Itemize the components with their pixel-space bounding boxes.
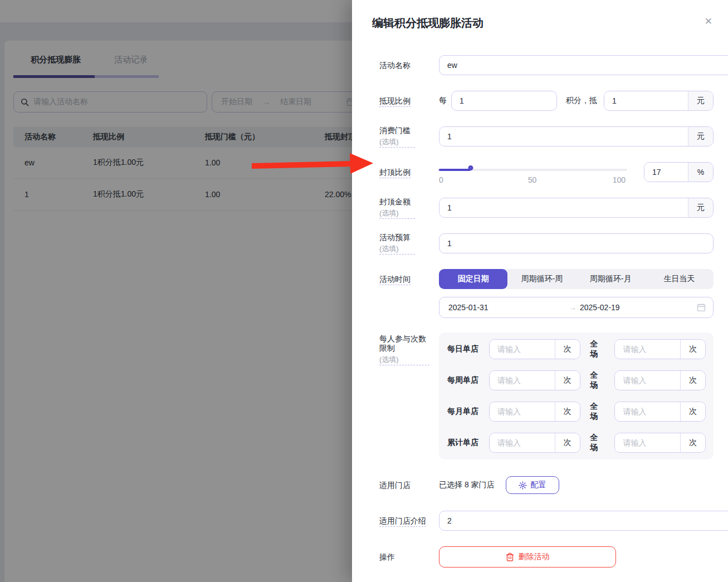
field-label: 适用门店介绍 bbox=[379, 516, 426, 527]
start-date-value: 2025-01-31 bbox=[448, 303, 488, 312]
field-label: 封顶金额 bbox=[379, 197, 411, 206]
optional-tag: (选填) bbox=[379, 355, 429, 365]
store-intro-input[interactable] bbox=[439, 511, 728, 531]
field-label: 操作 bbox=[379, 552, 439, 562]
calendar-icon bbox=[697, 303, 706, 312]
field-cap-amount: 封顶金额 (选填) 元 bbox=[352, 198, 728, 218]
field-applicable-stores: 适用门店 已选择 8 家门店 配置 bbox=[352, 476, 728, 494]
field-label: 活动时间 bbox=[379, 275, 411, 285]
budget-input[interactable] bbox=[439, 233, 714, 253]
daily-store-limit-input[interactable] bbox=[490, 340, 555, 359]
time-mode-segmented-control: 固定日期 周期循环-周 周期循环-月 生日当天 bbox=[439, 269, 714, 289]
unit-times: 次 bbox=[555, 402, 580, 421]
unit-times: 次 bbox=[555, 371, 580, 390]
threshold-input[interactable] bbox=[439, 127, 688, 146]
field-activity-time: 活动时间 固定日期 周期循环-周 周期循环-月 生日当天 2025-01-31 … bbox=[352, 269, 728, 318]
segment-weekly-cycle[interactable]: 周期循环-周 bbox=[507, 269, 576, 289]
cap-ratio-slider[interactable]: 0 50 100 bbox=[439, 160, 626, 184]
drawer-title: 编辑积分抵现膨胀活动 bbox=[372, 16, 483, 31]
field-store-intro: 适用门店介绍 1 / 20 bbox=[352, 511, 728, 531]
cap-amount-input[interactable] bbox=[439, 198, 688, 217]
scope-label: 每日单店 bbox=[447, 344, 481, 354]
segment-monthly-cycle[interactable]: 周期循环-月 bbox=[576, 269, 645, 289]
segment-fixed-date[interactable]: 固定日期 bbox=[439, 269, 507, 289]
field-spend-threshold: 消费门槛 (选填) 元 bbox=[352, 126, 728, 146]
points-input[interactable] bbox=[451, 91, 557, 111]
field-participation-limit: 每人参与次数 限制 (选填) 每日单店 次 全场 次 每周单店 bbox=[352, 332, 728, 459]
field-deduction-ratio: 抵现比例 每 积分，抵 元 bbox=[352, 91, 728, 111]
field-label: 封顶比例 bbox=[379, 168, 411, 178]
monthly-store-limit-input[interactable] bbox=[490, 402, 555, 421]
unit-yuan: 元 bbox=[688, 127, 713, 146]
participation-limit-panel: 每日单店 次 全场 次 每周单店 次 全场 bbox=[439, 332, 714, 459]
end-date-value: 2025-02-19 bbox=[580, 303, 620, 312]
slider-label-min: 0 bbox=[439, 175, 443, 184]
amount-input[interactable] bbox=[604, 91, 688, 110]
stores-selected-summary: 已选择 8 家门店 bbox=[439, 480, 495, 490]
scope-label: 每月单店 bbox=[447, 407, 481, 417]
field-actions: 操作 删除活动 bbox=[352, 546, 728, 568]
optional-tag: (选填) bbox=[379, 137, 415, 148]
field-label: 抵现比例 bbox=[379, 96, 411, 107]
gear-icon bbox=[519, 481, 527, 490]
global-label: 全场 bbox=[590, 339, 606, 359]
field-label: 活动预算 bbox=[379, 233, 411, 242]
unit-percent: % bbox=[688, 163, 713, 182]
range-arrow: → bbox=[569, 303, 576, 312]
trash-icon bbox=[506, 552, 514, 561]
slider-handle[interactable] bbox=[468, 165, 473, 170]
daily-global-limit-input[interactable] bbox=[615, 340, 680, 359]
optional-tag: (选填) bbox=[379, 208, 415, 219]
modal-dim-overlay[interactable] bbox=[0, 0, 353, 582]
field-label-line2: 限制 bbox=[379, 344, 395, 353]
cap-ratio-input[interactable] bbox=[644, 163, 688, 182]
slider-mark-100 bbox=[624, 168, 627, 172]
unit-times: 次 bbox=[680, 371, 705, 390]
slider-mark-50 bbox=[531, 168, 534, 172]
unit-times: 次 bbox=[680, 402, 705, 421]
unit-yuan: 元 bbox=[688, 91, 713, 110]
unit-yuan: 元 bbox=[688, 198, 713, 217]
field-label: 消费门槛 bbox=[379, 126, 411, 135]
limit-row-weekly: 每周单店 次 全场 次 bbox=[447, 370, 706, 390]
total-global-limit-input[interactable] bbox=[615, 433, 680, 452]
unit-times: 次 bbox=[555, 340, 580, 359]
configure-button-label: 配置 bbox=[531, 480, 546, 490]
configure-stores-button[interactable]: 配置 bbox=[506, 476, 559, 494]
limit-row-daily: 每日单店 次 全场 次 bbox=[447, 339, 706, 359]
weekly-global-limit-input[interactable] bbox=[615, 371, 680, 390]
unit-times: 次 bbox=[680, 433, 705, 452]
drawer-header: 编辑积分抵现膨胀活动 ✕ bbox=[372, 16, 714, 31]
limit-row-monthly: 每月单店 次 全场 次 bbox=[447, 402, 706, 422]
ratio-middle-text: 积分，抵 bbox=[566, 96, 597, 106]
field-activity-name: 活动名称 2 / 20 bbox=[352, 55, 728, 75]
close-icon[interactable]: ✕ bbox=[703, 16, 714, 27]
delete-button-label: 删除活动 bbox=[519, 552, 550, 562]
global-label: 全场 bbox=[590, 402, 606, 422]
weekly-store-limit-input[interactable] bbox=[490, 371, 555, 390]
slider-label-max: 100 bbox=[613, 175, 626, 184]
field-label: 适用门店 bbox=[379, 481, 439, 490]
slider-label-mid: 50 bbox=[528, 175, 537, 184]
scope-label: 每周单店 bbox=[447, 375, 481, 385]
global-label: 全场 bbox=[590, 433, 606, 453]
field-cap-ratio: 封顶比例 0 50 100 % bbox=[352, 160, 728, 184]
slider-fill bbox=[439, 169, 471, 171]
ratio-prefix: 每 bbox=[439, 96, 447, 106]
activity-name-input[interactable] bbox=[439, 55, 728, 75]
field-label: 活动名称 bbox=[379, 61, 439, 70]
field-label-line1: 每人参与次数 bbox=[379, 334, 426, 343]
unit-times: 次 bbox=[555, 433, 580, 452]
edit-activity-drawer: 编辑积分抵现膨胀活动 ✕ 活动名称 2 / 20 抵现比例 每 积分，抵 元 消… bbox=[352, 0, 728, 582]
scope-label: 累计单店 bbox=[447, 438, 481, 448]
global-label: 全场 bbox=[590, 370, 606, 390]
monthly-global-limit-input[interactable] bbox=[615, 402, 680, 421]
unit-times: 次 bbox=[680, 340, 705, 359]
optional-tag: (选填) bbox=[379, 244, 415, 255]
activity-date-range[interactable]: 2025-01-31 → 2025-02-19 bbox=[439, 297, 714, 318]
field-budget: 活动预算 (选填) bbox=[352, 233, 728, 253]
total-store-limit-input[interactable] bbox=[490, 433, 555, 452]
segment-birthday[interactable]: 生日当天 bbox=[645, 269, 714, 289]
delete-activity-button[interactable]: 删除活动 bbox=[439, 546, 616, 568]
limit-row-total: 累计单店 次 全场 次 bbox=[447, 433, 706, 453]
